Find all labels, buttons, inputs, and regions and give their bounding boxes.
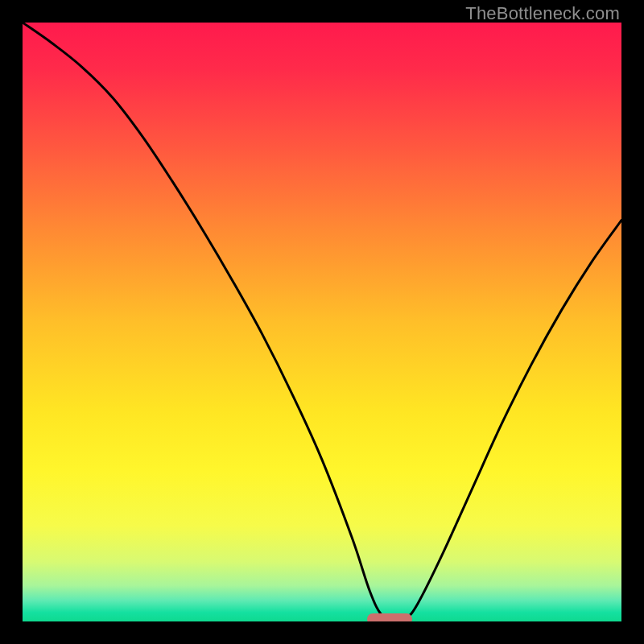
watermark-text: TheBottleneck.com	[465, 3, 620, 24]
bottleneck-curve	[23, 23, 621, 621]
chart-frame: TheBottleneck.com	[0, 0, 644, 644]
plot-area	[23, 23, 621, 621]
optimal-marker	[367, 613, 412, 621]
